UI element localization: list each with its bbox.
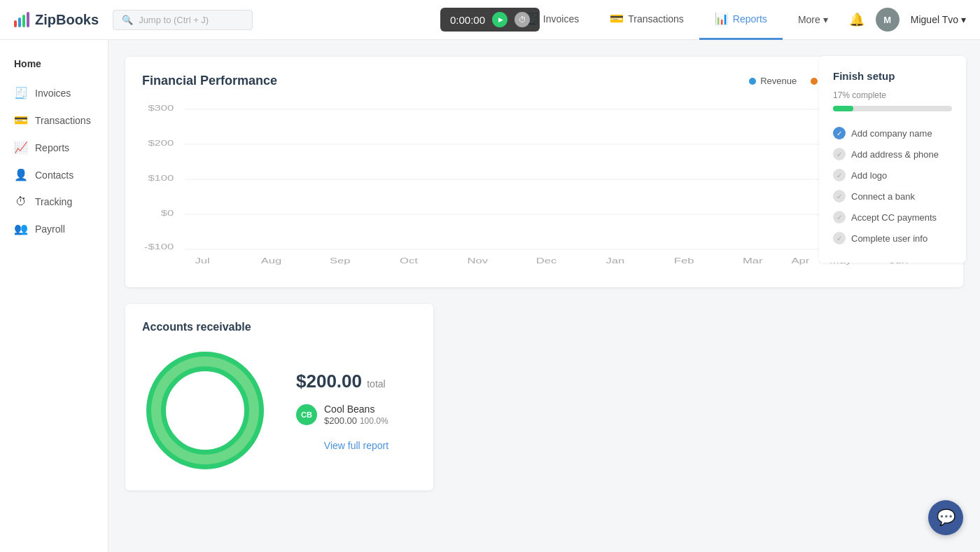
contacts-sidebar-icon: 👤 xyxy=(14,168,28,181)
avatar[interactable]: M xyxy=(876,8,899,32)
chevron-down-icon: ▾ xyxy=(961,14,966,25)
setup-panel: Finish setup 17% complete ✓ Add company … xyxy=(819,56,966,263)
svg-text:Dec: Dec xyxy=(536,256,557,265)
check-todo-icon: ✓ xyxy=(833,190,846,202)
svg-text:$0: $0 xyxy=(161,209,174,217)
setup-title: Finish setup xyxy=(833,70,952,82)
svg-text:Jul: Jul xyxy=(195,256,210,265)
setup-cc-label: Accept CC payments xyxy=(851,212,937,223)
svg-text:Apr: Apr xyxy=(791,256,809,265)
nav-transactions-label: Transactions xyxy=(628,13,684,25)
donut-chart xyxy=(142,347,268,474)
ar-total: $200.00 total xyxy=(296,371,416,392)
search-placeholder: Jump to (Ctrl + J) xyxy=(139,15,209,25)
view-full-report-link[interactable]: View full report xyxy=(296,440,416,451)
svg-text:Sep: Sep xyxy=(330,256,351,265)
expenses-dot xyxy=(811,78,818,85)
ar-total-label: total xyxy=(367,378,385,389)
check-done-icon: ✓ xyxy=(833,127,846,139)
sidebar-item-reports[interactable]: 📈 Reports xyxy=(0,134,108,161)
ar-item-pct: 100.0% xyxy=(360,416,388,426)
ar-item-name: Cool Beans xyxy=(324,403,388,415)
setup-card: Finish setup 17% complete ✓ Add company … xyxy=(819,56,966,263)
timer-widget: 0:00:00 xyxy=(440,8,540,32)
tracking-sidebar-icon: ⏱ xyxy=(14,195,28,208)
nav-reports[interactable]: 📊 Reports xyxy=(699,0,783,40)
ar-details: $200.00 total CB Cool Beans $200.00 100.… xyxy=(296,371,416,451)
svg-text:Jan: Jan xyxy=(606,256,624,265)
svg-text:Feb: Feb xyxy=(674,256,694,265)
revenue-dot xyxy=(749,78,756,85)
sidebar-reports-label: Reports xyxy=(35,142,69,153)
setup-item-userinfo[interactable]: ✓ Complete user info xyxy=(833,228,952,249)
progress-bar-fill xyxy=(833,106,853,111)
main-header: ZipBooks 🔍 Jump to (Ctrl + J) 0:00:00 🧾 … xyxy=(0,0,980,40)
ar-item: CB Cool Beans $200.00 100.0% xyxy=(296,403,416,426)
setup-address-label: Add address & phone xyxy=(851,149,939,160)
logo-text: ZipBooks xyxy=(35,12,99,28)
sidebar-contacts-label: Contacts xyxy=(35,170,74,181)
setup-item-cc[interactable]: ✓ Accept CC payments xyxy=(833,207,952,228)
reports-sidebar-icon: 📈 xyxy=(14,141,28,154)
transactions-sidebar-icon: 💳 xyxy=(14,113,28,127)
ar-content: $200.00 total CB Cool Beans $200.00 100.… xyxy=(142,347,416,474)
sidebar-item-transactions[interactable]: 💳 Transactions xyxy=(0,106,108,134)
revenue-legend-label: Revenue xyxy=(760,76,797,86)
sidebar-payroll-label: Payroll xyxy=(35,223,65,235)
sidebar-home[interactable]: Home xyxy=(0,51,108,79)
check-todo-icon: ✓ xyxy=(833,211,846,223)
setup-bank-label: Connect a bank xyxy=(851,191,915,202)
main-nav: 🧾 Invoices 💳 Transactions 📊 Reports More… xyxy=(510,0,844,40)
ar-title: Accounts receivable xyxy=(142,321,416,333)
search-icon: 🔍 xyxy=(122,15,133,25)
svg-text:$100: $100 xyxy=(148,174,174,182)
setup-company-label: Add company name xyxy=(851,128,932,139)
sidebar-tracking-label: Tracking xyxy=(35,196,72,207)
logo-icon xyxy=(14,12,29,27)
logo[interactable]: ZipBooks xyxy=(14,12,99,28)
svg-text:$200: $200 xyxy=(148,139,174,147)
legend-revenue: Revenue xyxy=(749,76,797,86)
reports-nav-icon: 📊 xyxy=(715,12,729,25)
nav-reports-label: Reports xyxy=(733,13,767,25)
svg-point-24 xyxy=(174,379,237,442)
setup-item-company[interactable]: ✓ Add company name xyxy=(833,123,952,144)
header-right: 🔔 M Miguel Tvo ▾ xyxy=(849,8,966,32)
setup-item-logo[interactable]: ✓ Add logo xyxy=(833,165,952,186)
chart-title: Financial Performance xyxy=(142,74,277,88)
ar-item-amount: $200.00 xyxy=(324,415,357,426)
user-name[interactable]: Miguel Tvo ▾ xyxy=(911,14,966,25)
sidebar-item-payroll[interactable]: 👥 Payroll xyxy=(0,215,108,242)
search-box[interactable]: 🔍 Jump to (Ctrl + J) xyxy=(113,10,253,30)
sidebar-item-invoices[interactable]: 🧾 Invoices xyxy=(0,79,108,106)
ar-item-avatar: CB xyxy=(296,404,317,425)
svg-text:Nov: Nov xyxy=(467,256,488,265)
ar-items: CB Cool Beans $200.00 100.0% xyxy=(296,403,416,426)
setup-item-address[interactable]: ✓ Add address & phone xyxy=(833,144,952,165)
timer-display: 0:00:00 xyxy=(450,14,485,26)
nav-more[interactable]: More ▾ xyxy=(783,14,844,25)
timer-play-button[interactable] xyxy=(492,12,507,27)
nav-invoices-label: Invoices xyxy=(543,13,579,25)
timer-stop-button[interactable] xyxy=(514,12,530,27)
sidebar-transactions-label: Transactions xyxy=(35,115,91,126)
svg-text:-$100: -$100 xyxy=(144,242,174,251)
setup-logo-label: Add logo xyxy=(851,170,887,181)
sidebar: Home 🧾 Invoices 💳 Transactions 📈 Reports… xyxy=(0,40,108,507)
nav-more-label: More xyxy=(798,14,820,25)
accounts-receivable-card: Accounts receivable $200.00 total xyxy=(125,304,433,490)
check-todo-icon: ✓ xyxy=(833,232,846,244)
svg-text:Mar: Mar xyxy=(743,256,763,265)
sidebar-item-contacts[interactable]: 👤 Contacts xyxy=(0,161,108,188)
invoices-sidebar-icon: 🧾 xyxy=(14,86,28,99)
bell-icon[interactable]: 🔔 xyxy=(849,12,864,27)
progress-bar-bg xyxy=(833,106,952,111)
sidebar-item-tracking[interactable]: ⏱ Tracking xyxy=(0,188,108,215)
setup-item-bank[interactable]: ✓ Connect a bank xyxy=(833,186,952,207)
setup-userinfo-label: Complete user info xyxy=(851,233,927,244)
nav-transactions[interactable]: 💳 Transactions xyxy=(594,0,699,40)
chevron-down-icon: ▾ xyxy=(823,14,828,25)
setup-percent: 17% complete xyxy=(833,90,952,100)
check-todo-icon: ✓ xyxy=(833,148,846,160)
svg-text:Oct: Oct xyxy=(400,256,418,265)
